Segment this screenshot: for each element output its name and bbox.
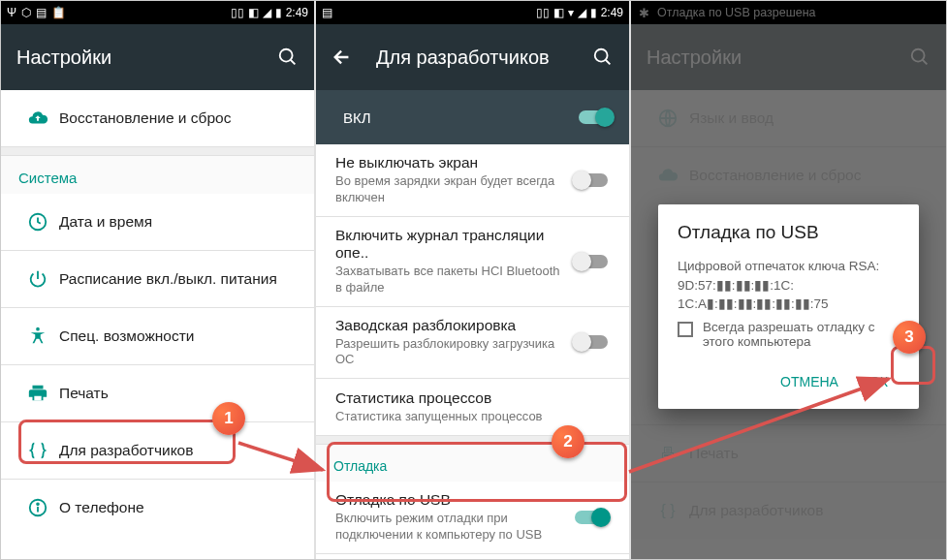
status-bar: Ψ ⬡ ▤ 📋 ▯▯ ◧ ◢ ▮ 2:49 — [1, 1, 314, 24]
svg-point-7 — [37, 503, 39, 505]
row-power-schedule[interactable]: Расписание вкл./выкл. питания — [1, 251, 314, 307]
svg-line-1 — [291, 60, 296, 65]
print-icon — [16, 383, 59, 404]
row-stay-awake[interactable]: Не выключать экранВо время зарядки экран… — [316, 144, 629, 216]
svg-line-9 — [606, 60, 611, 65]
section-debugging: Отладка — [316, 445, 629, 482]
psi-icon: Ψ — [7, 6, 16, 19]
svg-point-8 — [595, 49, 608, 62]
row-backup-reset[interactable]: Восстановление и сброс — [1, 90, 314, 146]
svg-point-0 — [280, 49, 293, 62]
svg-point-3 — [36, 327, 40, 331]
master-toggle-switch[interactable] — [579, 110, 612, 124]
page-title: Настройки — [16, 47, 277, 69]
back-arrow-icon[interactable] — [331, 47, 353, 68]
paper-icon: ▤ — [36, 6, 47, 19]
battery-icon: ▮ — [275, 6, 282, 19]
vibrate-icon: ▯▯ — [231, 6, 244, 19]
row-accessibility[interactable]: Спец. возможности — [1, 308, 314, 364]
master-toggle-label: ВКЛ — [343, 109, 371, 126]
row-date-time[interactable]: Дата и время — [1, 194, 314, 250]
app-bar: Настройки — [1, 24, 314, 90]
row-printing[interactable]: Печать — [1, 365, 314, 421]
switch-hci[interactable] — [575, 255, 608, 268]
clock: 2:49 — [286, 6, 308, 19]
row-process-stats[interactable]: Статистика процессовСтатистика запущенны… — [316, 379, 629, 435]
dialog-title: Отладка по USB — [678, 222, 900, 243]
ok-button[interactable]: ОК — [858, 364, 900, 399]
clipboard-icon: 📋 — [51, 6, 66, 19]
clock-icon — [16, 211, 59, 233]
screen-developer-options: ▤ ▯▯◧▾◢▮2:49 Для разработчиков ВКЛ Не вы… — [316, 1, 631, 559]
always-allow-checkbox[interactable]: Всегда разрешать отладку с этого компьют… — [678, 320, 900, 349]
switch-oem[interactable] — [575, 335, 608, 349]
row-about-phone[interactable]: О телефоне — [1, 480, 314, 536]
info-icon — [16, 497, 59, 518]
search-icon[interactable] — [592, 47, 614, 68]
app-bar: Для разработчиков — [316, 24, 629, 90]
signal-icon: ◢ — [263, 6, 271, 19]
status-bar: ▤ ▯▯◧▾◢▮2:49 — [316, 1, 629, 24]
switch-stay-awake[interactable] — [575, 173, 608, 187]
svg-rect-4 — [34, 396, 41, 401]
page-title: Для разработчиков — [376, 47, 592, 69]
accessibility-icon — [16, 326, 59, 347]
screen-usb-dialog: ✱ Отладка по USB разрешена Настройки Язы… — [631, 1, 946, 559]
cloud-upload-icon — [16, 108, 59, 129]
row-oem-unlock[interactable]: Заводская разблокировкаРазрешить разблок… — [316, 307, 629, 379]
sim-icon: ◧ — [248, 6, 259, 19]
master-toggle-row[interactable]: ВКЛ — [316, 90, 629, 144]
screen-settings: Ψ ⬡ ▤ 📋 ▯▯ ◧ ◢ ▮ 2:49 Настройки Восстано… — [1, 1, 316, 559]
switch-usb-debug[interactable] — [575, 511, 608, 524]
checkbox-icon[interactable] — [678, 322, 693, 337]
row-usb-debugging[interactable]: Отладка по USBВключить режим отладки при… — [316, 482, 629, 553]
row-bt-hci-log[interactable]: Включить журнал трансляции опе..Захватыв… — [316, 217, 629, 306]
search-icon[interactable] — [277, 47, 299, 68]
power-icon — [16, 268, 59, 290]
shield-icon: ⬡ — [21, 6, 31, 19]
cancel-button[interactable]: ОТМЕНА — [769, 364, 850, 399]
section-system: Система — [1, 156, 314, 194]
braces-icon — [16, 440, 59, 461]
usb-debug-dialog: Отладка по USB Цифровой отпечаток ключа … — [658, 204, 919, 409]
row-revoke-usb[interactable]: Запретить доступ для USB-отладки — [316, 554, 629, 559]
row-developer-options[interactable]: Для разработчиков — [1, 422, 314, 479]
